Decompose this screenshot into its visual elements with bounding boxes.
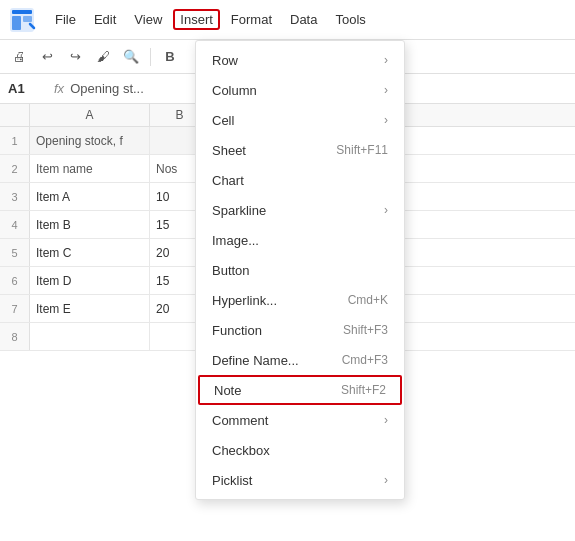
- app-icon: [8, 6, 36, 34]
- cell-a8[interactable]: [30, 323, 150, 350]
- zoom-button[interactable]: 🔍: [120, 46, 142, 68]
- menu-item-note-label: Note: [214, 383, 341, 398]
- menu-data[interactable]: Data: [283, 9, 324, 30]
- menu-item-cell-label: Cell: [212, 113, 384, 128]
- svg-rect-1: [12, 10, 32, 14]
- arrow-icon: ›: [384, 113, 388, 127]
- row-num-8: 8: [0, 323, 30, 350]
- cell-a5[interactable]: Item C: [30, 239, 150, 266]
- arrow-icon: ›: [384, 203, 388, 217]
- menu-item-row[interactable]: Row ›: [196, 45, 404, 75]
- menu-item-image-label: Image...: [212, 233, 388, 248]
- redo-button[interactable]: ↪: [64, 46, 86, 68]
- menu-item-chart-label: Chart: [212, 173, 388, 188]
- arrow-icon: ›: [384, 83, 388, 97]
- menu-view[interactable]: View: [127, 9, 169, 30]
- fx-label: fx: [54, 81, 64, 96]
- menu-tools[interactable]: Tools: [328, 9, 372, 30]
- cell-a6[interactable]: Item D: [30, 267, 150, 294]
- toolbar-separator: [150, 48, 151, 66]
- menu-item-checkbox-label: Checkbox: [212, 443, 388, 458]
- bold-button[interactable]: B: [159, 46, 181, 68]
- menu-item-define-name[interactable]: Define Name... Cmd+F3: [196, 345, 404, 375]
- menu-item-define-name-label: Define Name...: [212, 353, 342, 368]
- row-num-4: 4: [0, 211, 30, 238]
- menu-item-image[interactable]: Image...: [196, 225, 404, 255]
- row-num-header: [0, 104, 30, 126]
- menu-item-column[interactable]: Column ›: [196, 75, 404, 105]
- row-num-6: 6: [0, 267, 30, 294]
- arrow-icon: ›: [384, 413, 388, 427]
- svg-rect-2: [12, 16, 21, 30]
- menu-insert[interactable]: Insert: [173, 9, 220, 30]
- cell-a1[interactable]: Opening stock, f: [30, 127, 150, 154]
- menu-file[interactable]: File: [48, 9, 83, 30]
- insert-dropdown-menu: Row › Column › Cell › Sheet Shift+F11 Ch…: [195, 40, 405, 500]
- menu-item-picklist[interactable]: Picklist ›: [196, 465, 404, 495]
- arrow-icon: ›: [384, 53, 388, 67]
- svg-rect-3: [23, 16, 32, 22]
- menu-item-picklist-label: Picklist: [212, 473, 384, 488]
- menu-item-note-shortcut: Shift+F2: [341, 383, 386, 397]
- menu-item-function-shortcut: Shift+F3: [343, 323, 388, 337]
- cell-reference: A1: [8, 81, 48, 96]
- menubar: File Edit View Insert Format Data Tools: [0, 0, 575, 40]
- menu-item-chart[interactable]: Chart: [196, 165, 404, 195]
- menu-item-sheet-label: Sheet: [212, 143, 336, 158]
- menu-item-column-label: Column: [212, 83, 384, 98]
- row-num-7: 7: [0, 295, 30, 322]
- menu-item-comment-label: Comment: [212, 413, 384, 428]
- menu-item-sparkline[interactable]: Sparkline ›: [196, 195, 404, 225]
- cell-a2[interactable]: Item name: [30, 155, 150, 182]
- menu-item-button-label: Button: [212, 263, 388, 278]
- cell-a4[interactable]: Item B: [30, 211, 150, 238]
- menu-item-sheet-shortcut: Shift+F11: [336, 143, 388, 157]
- menu-item-hyperlink[interactable]: Hyperlink... Cmd+K: [196, 285, 404, 315]
- row-num-1: 1: [0, 127, 30, 154]
- paint-format-button[interactable]: 🖌: [92, 46, 114, 68]
- menu-item-function[interactable]: Function Shift+F3: [196, 315, 404, 345]
- menu-item-hyperlink-label: Hyperlink...: [212, 293, 348, 308]
- undo-button[interactable]: ↩: [36, 46, 58, 68]
- menu-item-define-name-shortcut: Cmd+F3: [342, 353, 388, 367]
- menu-item-hyperlink-shortcut: Cmd+K: [348, 293, 388, 307]
- arrow-icon: ›: [384, 473, 388, 487]
- menu-item-button[interactable]: Button: [196, 255, 404, 285]
- menu-item-checkbox[interactable]: Checkbox: [196, 435, 404, 465]
- menu-item-note[interactable]: Note Shift+F2: [198, 375, 402, 405]
- print-button[interactable]: 🖨: [8, 46, 30, 68]
- cell-a7[interactable]: Item E: [30, 295, 150, 322]
- menu-item-row-label: Row: [212, 53, 384, 68]
- row-num-5: 5: [0, 239, 30, 266]
- menu-item-cell[interactable]: Cell ›: [196, 105, 404, 135]
- menu-item-comment[interactable]: Comment ›: [196, 405, 404, 435]
- col-header-a: A: [30, 104, 150, 126]
- menu-edit[interactable]: Edit: [87, 9, 123, 30]
- row-num-2: 2: [0, 155, 30, 182]
- menu-item-function-label: Function: [212, 323, 343, 338]
- menu-format[interactable]: Format: [224, 9, 279, 30]
- menu-item-sheet[interactable]: Sheet Shift+F11: [196, 135, 404, 165]
- row-num-3: 3: [0, 183, 30, 210]
- cell-a3[interactable]: Item A: [30, 183, 150, 210]
- menu-item-sparkline-label: Sparkline: [212, 203, 384, 218]
